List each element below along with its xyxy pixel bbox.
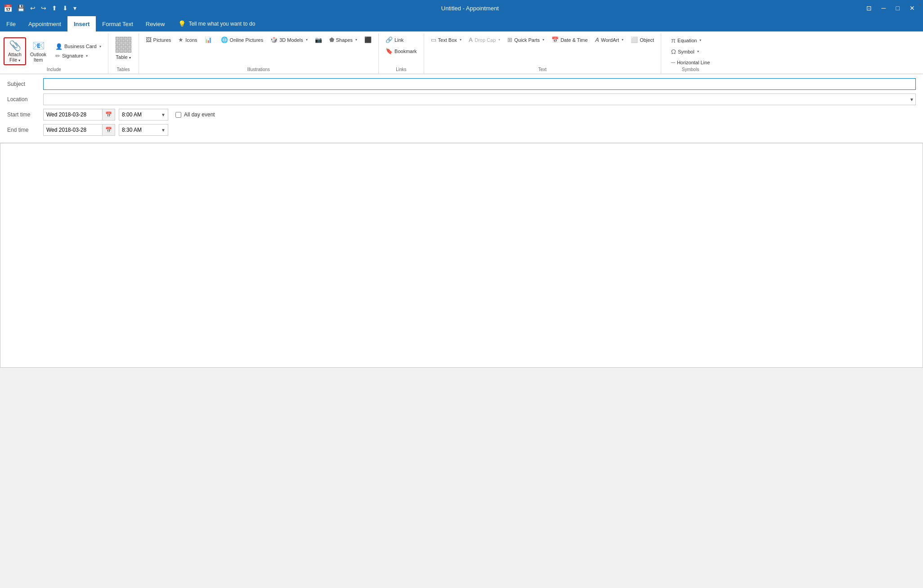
minimize-button[interactable]: ─ [877,3,891,13]
attach-file-button[interactable]: 📎 Attach File ▾ [4,37,26,65]
tables-group-label: Tables [117,67,130,74]
equation-button[interactable]: π Equation ▾ [668,35,705,45]
allday-wrapper: All day event [175,111,215,118]
bookmark-icon: 🔖 [385,48,393,54]
text-items: ▭ Text Box ▾ A Drop Cap ▾ ⊞ Quick Parts … [428,35,657,62]
include-small-btns: 👤 Business Card ▾ ✏ Signature ▾ [52,42,104,61]
shapes-icon: ⬟ [329,36,334,43]
start-date-input[interactable] [44,110,102,119]
end-datetime-wrapper: 📅 8:30 AM 9:00 AM 9:30 AM ▼ [43,124,168,136]
symbol-button[interactable]: Ω Symbol ▾ [668,46,702,57]
save-button[interactable]: 💾 [15,4,27,13]
chart-icon: 📊 [205,36,212,43]
tables-items: Table ▾ [112,35,135,67]
editor-area[interactable] [0,143,923,368]
menu-format-text[interactable]: Format Text [96,16,139,31]
outlook-item-button[interactable]: 📧 Outlook Item [27,38,49,64]
chart-button[interactable]: 📊 [202,35,217,45]
maximize-button[interactable]: □ [892,3,904,13]
end-date-picker-button[interactable]: 📅 [102,125,115,135]
download-button[interactable]: ⬇ [61,4,70,13]
signature-icon: ✏ [55,53,60,59]
ribbon: 📎 Attach File ▾ 📧 Outlook Item 👤 Busines… [0,31,923,74]
location-wrapper: ▼ [43,94,916,105]
symbols-group-label: Symbols [682,67,699,74]
subject-label: Subject [7,81,43,87]
location-input[interactable] [43,94,916,105]
start-time-label: Start time [7,111,43,118]
screenshot-button[interactable]: 📷 [312,35,325,45]
signature-button[interactable]: ✏ Signature ▾ [52,51,104,61]
link-button[interactable]: 🔗 Link [382,35,407,45]
start-time-select[interactable]: 8:00 AM 8:30 AM 9:00 AM [119,109,168,120]
quick-parts-icon: ⊞ [507,36,512,43]
pictures-button[interactable]: 🖼 Pictures [143,35,175,45]
end-date-input[interactable] [44,125,102,134]
3d-dropdown-arrow: ▾ [306,38,308,42]
close-button[interactable]: ✕ [905,3,919,13]
drop-cap-dropdown-arrow: ▾ [498,38,500,42]
paperclip-icon: 📎 [9,40,21,52]
outlook-icon: 📧 [32,40,45,52]
allday-label[interactable]: All day event [184,111,215,118]
end-time-row: End time 📅 8:30 AM 9:00 AM 9:30 AM ▼ [7,124,916,136]
start-date-picker-button[interactable]: 📅 [102,109,115,120]
quick-parts-button[interactable]: ⊞ Quick Parts ▾ [504,35,547,45]
online-pictures-button[interactable]: 🌐 Online Pictures [218,35,267,45]
subject-input[interactable] [43,78,916,90]
location-label: Location [7,96,43,102]
menu-appointment[interactable]: Appointment [22,16,67,31]
wordart-dropdown-arrow: ▾ [622,38,623,42]
illustrations-group-label: Illustrations [247,67,270,74]
end-time-select[interactable]: 8:30 AM 9:00 AM 9:30 AM [119,124,168,136]
text-box-icon: ▭ [431,36,436,43]
ribbon-group-symbols: π Equation ▾ Ω Symbol ▾ ─ Horizontal Lin… [661,33,720,74]
business-card-button[interactable]: 👤 Business Card ▾ [52,42,104,51]
end-date-wrapper: 📅 [43,124,115,136]
lightbulb-icon: 💡 [178,20,186,27]
bookmark-button[interactable]: 🔖 Bookmark [382,46,420,56]
horizontal-line-icon: ─ [671,59,675,66]
pictures-icon: 🖼 [146,36,152,43]
ribbon-group-illustrations: 🖼 Pictures ★ Icons 📊 🌐 Online Pictures 🎲… [139,33,379,74]
menu-file[interactable]: File [0,16,22,31]
drop-cap-icon: A [469,36,473,43]
tell-me-bar[interactable]: 💡 Tell me what you want to do [173,16,260,31]
screenshot2-icon: ⬛ [364,36,372,43]
window-title: Untitled - Appointment [78,5,862,12]
illustrations-items: 🖼 Pictures ★ Icons 📊 🌐 Online Pictures 🎲… [143,35,375,62]
menu-insert[interactable]: Insert [67,16,96,31]
menu-bar: File Appointment Insert Format Text Revi… [0,16,923,31]
wordart-button[interactable]: A WordArt ▾ [592,35,627,45]
title-bar-left: 📅 💾 ↩ ↪ ⬆ ⬇ ▾ [4,4,78,13]
menu-review[interactable]: Review [139,16,171,31]
ribbon-collapse-button[interactable]: ∧ [918,2,921,7]
signature-dropdown-arrow: ▾ [86,54,88,58]
equation-icon: π [671,36,676,44]
date-time-button[interactable]: 📅 Date & Time [548,35,591,45]
icons-icon: ★ [178,36,184,43]
drop-cap-button[interactable]: A Drop Cap ▾ [466,35,503,45]
include-items: 📎 Attach File ▾ 📧 Outlook Item 👤 Busines… [4,35,104,67]
undo-button[interactable]: ↩ [28,4,37,13]
restore-button[interactable]: ⊡ [862,3,876,13]
qa-dropdown-button[interactable]: ▾ [72,4,78,13]
allday-checkbox[interactable] [175,112,181,118]
object-button[interactable]: ⬜ Object [627,35,657,45]
screenshot2-button[interactable]: ⬛ [361,35,375,45]
quick-access-toolbar: 💾 ↩ ↪ ⬆ ⬇ ▾ [15,4,78,13]
icons-button[interactable]: ★ Icons [175,35,200,45]
text-box-button[interactable]: ▭ Text Box ▾ [428,35,465,45]
horizontal-line-button[interactable]: ─ Horizontal Line [668,58,713,67]
table-button[interactable]: Table ▾ [112,35,135,62]
upload-button[interactable]: ⬆ [50,4,59,13]
shapes-button[interactable]: ⬟ Shapes ▾ [326,35,360,45]
links-items: 🔗 Link 🔖 Bookmark [382,35,420,67]
ribbon-group-include: 📎 Attach File ▾ 📧 Outlook Item 👤 Busines… [0,33,108,74]
ribbon-group-tables: Table ▾ Tables [108,33,139,74]
start-time-wrapper: 8:00 AM 8:30 AM 9:00 AM ▼ [119,109,168,120]
shapes-dropdown-arrow: ▾ [355,38,357,42]
redo-button[interactable]: ↪ [39,4,48,13]
text-box-dropdown-arrow: ▾ [460,38,462,42]
3d-models-button[interactable]: 🎲 3D Models ▾ [267,35,311,45]
